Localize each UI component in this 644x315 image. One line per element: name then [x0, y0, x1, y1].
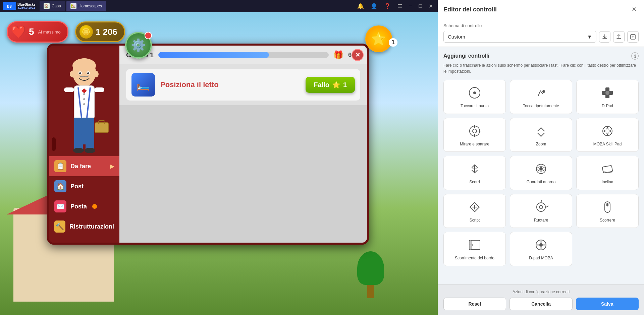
control-moba-skill[interactable]: MOBA Skill Pad: [576, 118, 639, 152]
controls-header: Aggiungi controlli ℹ: [443, 52, 639, 60]
tilt-label: Inclina: [602, 180, 613, 185]
control-tap[interactable]: Toccare il punto: [443, 80, 506, 114]
look-around-label: Guardati attorno: [527, 180, 556, 185]
close-btn[interactable]: ✕: [427, 2, 435, 10]
post-label: Post: [70, 183, 84, 190]
posta-badge: [92, 204, 97, 209]
control-script[interactable]: Script: [443, 194, 506, 228]
bg-tree-1: [357, 261, 384, 298]
edge-scroll-label: Scorrimento del bordo: [455, 256, 494, 261]
svg-point-49: [537, 203, 545, 211]
hud-star: ⭐ 1: [365, 25, 397, 52]
editor-header: Editor dei controlli ✕: [438, 0, 644, 19]
app-version: 4.280.0.1022: [17, 6, 36, 10]
control-tap-repeat[interactable]: Tocca ripetutamente: [510, 80, 572, 114]
bluestacks-logo: BS BlueStacks 4.280.0.1022: [3, 2, 36, 10]
task-fallo-btn[interactable]: Fallo ⭐ 1: [306, 77, 355, 93]
panel-left: 📋 Da fare ▶ 🏠 Post ✉️ Posta 🔨 Ristruttur…: [49, 46, 119, 243]
svg-point-3: [72, 58, 96, 73]
rotate-icon: [533, 199, 549, 215]
character: [57, 56, 111, 156]
controls-desc: Fare clic o trascinare le azioni sullo s…: [443, 62, 639, 74]
lives-count: 5: [29, 26, 34, 37]
control-aim[interactable]: Mirare e sparare: [443, 118, 506, 152]
title-bar: BS BlueStacks 4.280.0.1022 🏠 Casa 🏡 Home…: [0, 0, 438, 12]
hud-lives: ❤️ 5 Al massimo: [7, 21, 68, 43]
hud-coins: 🪙 1 206: [75, 21, 125, 42]
notification-btn[interactable]: 🔔: [355, 2, 366, 10]
look-around-icon: [533, 161, 549, 177]
script-icon: [467, 199, 483, 215]
schema-dropdown-arrow: ▼: [587, 34, 592, 40]
control-rotate[interactable]: Ruotare: [510, 194, 572, 228]
svg-point-5: [93, 71, 99, 77]
control-dpad[interactable]: D-Pad: [576, 80, 639, 114]
progress-bar: [158, 52, 329, 58]
moba-skill-icon: [599, 123, 615, 139]
editor-panel: Editor dei controlli ✕ Schema di control…: [438, 0, 644, 315]
schema-new-btn[interactable]: [627, 31, 639, 43]
hud-gear[interactable]: ⚙️: [125, 32, 152, 59]
help-btn[interactable]: ❓: [382, 2, 393, 10]
control-zoom[interactable]: Zoom: [510, 118, 572, 152]
tab-casa[interactable]: 🏠 Casa: [40, 1, 65, 11]
scorrere-icon: [599, 199, 615, 215]
footer-buttons: Reset Cancella Salva: [443, 298, 639, 310]
svg-point-36: [473, 129, 477, 133]
control-tilt[interactable]: Inclina: [576, 156, 639, 190]
schema-select[interactable]: Custom ▼: [443, 31, 596, 43]
svg-point-50: [539, 205, 543, 209]
svg-point-4: [70, 71, 75, 77]
minimize-btn[interactable]: −: [407, 2, 414, 10]
menu-da-fare[interactable]: 📋 Da fare ▶: [49, 156, 119, 176]
control-edge-scroll[interactable]: Scorrimento del bordo: [443, 232, 506, 266]
progress-bar-fill: [158, 52, 269, 58]
editor-close-btn[interactable]: ✕: [629, 5, 639, 14]
control-dpad-moba[interactable]: D-pad MOBA: [510, 232, 572, 266]
zoom-label: Zoom: [536, 142, 546, 147]
controls-section: Aggiungi controlli ℹ Fare clic o trascin…: [438, 47, 644, 285]
controls-info-btn[interactable]: ℹ: [631, 52, 639, 60]
editor-footer: Azioni di configurazione correnti Reset …: [438, 285, 644, 315]
svg-point-10: [83, 93, 85, 95]
cancel-btn[interactable]: Cancella: [509, 298, 572, 310]
svg-rect-13: [64, 87, 74, 92]
save-btn[interactable]: Salva: [576, 298, 639, 310]
task-thumbnail: 🛏️: [131, 73, 155, 97]
menu-btn[interactable]: ☰: [395, 2, 404, 10]
control-scroll[interactable]: Scorri: [443, 156, 506, 190]
aim-icon: [467, 123, 483, 139]
svg-point-19: [85, 148, 95, 153]
svg-point-24: [79, 72, 81, 74]
task-item: 🛏️ Posiziona il letto Fallo ⭐ 1: [126, 69, 360, 101]
svg-point-28: [473, 91, 476, 94]
menu-posta[interactable]: ✉️ Posta: [49, 196, 119, 216]
menu-post[interactable]: 🏠 Post: [49, 176, 119, 196]
tab-homescapes[interactable]: 🏡 Homescapes: [66, 1, 106, 11]
account-btn[interactable]: 👤: [369, 2, 379, 10]
maximize-btn[interactable]: □: [417, 2, 424, 10]
character-area: [52, 49, 116, 156]
svg-point-18: [73, 148, 84, 153]
da-fare-label: Da fare: [70, 163, 91, 170]
game-panel: ✕: [47, 44, 369, 245]
controls-title: Aggiungi controlli: [443, 53, 489, 59]
tab-casa-label: Casa: [52, 4, 61, 8]
panel-close-btn[interactable]: ✕: [352, 49, 364, 61]
scroll-icon: [467, 161, 483, 177]
schema-label: Schema di controllo: [443, 23, 639, 28]
gift-icon: 🎁: [333, 50, 343, 60]
task-btn-label: Fallo: [314, 81, 329, 89]
door-handle: [52, 137, 56, 151]
reset-btn[interactable]: Reset: [443, 298, 506, 310]
schema-export-btn[interactable]: [613, 31, 625, 43]
controls-grid: Toccare il punto Tocca ripetutamente: [443, 80, 639, 266]
svg-point-34: [605, 91, 609, 95]
schema-import-btn[interactable]: [599, 31, 610, 43]
star-icon: ⭐: [365, 25, 392, 52]
control-scorrere[interactable]: Scorrere: [576, 194, 639, 228]
tap-label: Toccare il punto: [461, 104, 489, 109]
control-look-around[interactable]: Guardati attorno: [510, 156, 572, 190]
dpad-icon: [599, 85, 615, 101]
menu-ristrutturazioni[interactable]: 🔨 Ristrutturazioni: [49, 216, 119, 237]
